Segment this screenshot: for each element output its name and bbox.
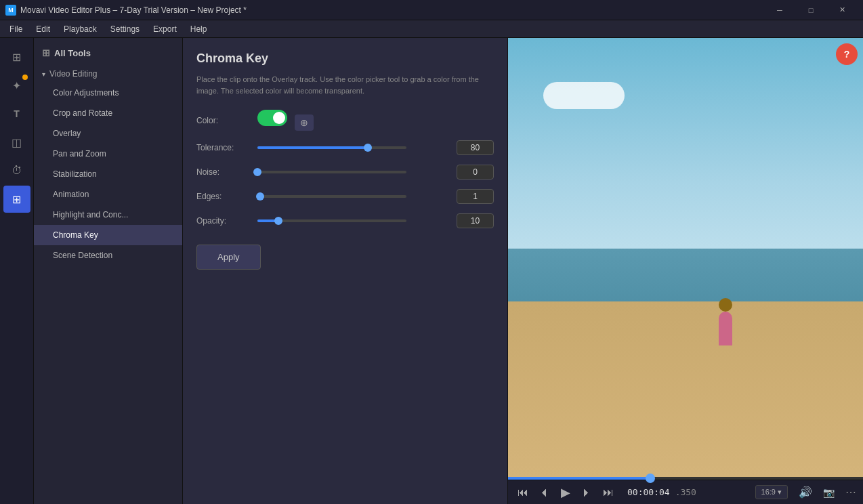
video-editing-section[interactable]: ▾ Video Editing (34, 65, 182, 83)
edges-label: Edges: (196, 192, 257, 201)
chroma-key-desc: Place the clip onto the Overlay track. U… (196, 74, 494, 96)
eyedropper-button[interactable]: ⊕ (295, 114, 314, 131)
tool-item-pan-and-zoom[interactable]: Pan and Zoom (34, 144, 182, 164)
tolerance-value[interactable]: 80 (457, 140, 494, 155)
menu-item-playback[interactable]: Playback (57, 22, 104, 37)
grid-icon: ⊞ (42, 47, 50, 58)
preview-image (508, 38, 863, 477)
color-input: ⊕ (257, 110, 494, 131)
tool-item-crop-and-rotate[interactable]: Crop and Rotate (34, 103, 182, 123)
tool-item-animation[interactable]: Animation (34, 184, 182, 205)
tolerance-row: Tolerance: 80 (196, 140, 494, 155)
progress-bar[interactable] (508, 477, 863, 480)
figure-head (719, 298, 732, 312)
maximize-button[interactable]: □ (795, 0, 826, 20)
screenshot-icon[interactable]: 📷 (823, 487, 835, 498)
color-swatch[interactable] (257, 110, 287, 126)
opacity-slider-container (257, 219, 450, 222)
sidebar-item-tools[interactable]: ✦ (3, 72, 30, 99)
progress-thumb[interactable] (646, 474, 655, 483)
edges-row: Edges: 1 (196, 189, 494, 204)
color-label: Color: (196, 116, 257, 125)
tolerance-slider[interactable] (257, 146, 406, 149)
chroma-key-panel: Chroma Key Place the clip onto the Overl… (183, 38, 508, 504)
close-button[interactable]: ✕ (826, 0, 858, 20)
menubar: FileEditPlaybackSettingsExportHelp (0, 20, 863, 38)
edges-slider-container (257, 195, 450, 198)
beach-clouds (543, 82, 625, 109)
volume-icon[interactable]: 🔊 (799, 486, 812, 499)
apply-button[interactable]: Apply (196, 245, 261, 270)
menu-item-edit[interactable]: Edit (29, 22, 57, 37)
left-sidebar: ⊞ ✦ T ◫ ⏱ ⊞ (0, 38, 34, 504)
more-options-icon[interactable]: ⋯ (845, 486, 856, 499)
video-preview: ? (508, 38, 863, 477)
tool-item-stabilization[interactable]: Stabilization (34, 164, 182, 184)
chroma-key-title: Chroma Key (196, 51, 494, 66)
progress-fill (508, 477, 650, 480)
aspect-ratio-button[interactable]: 16:9 ▾ (755, 485, 788, 499)
opacity-label: Opacity: (196, 216, 257, 226)
sidebar-item-media[interactable]: ⊞ (3, 43, 30, 70)
noise-row: Noise: 0 (196, 165, 494, 180)
titlebar: M Movavi Video Editor Plus – 7-Day Trial… (0, 0, 863, 20)
preview-area: ? ⏮ ⏴ ▶ ⏵ ⏭ 00:00:04.350 16:9 ▾ 🔊 📷 ⋯ (508, 38, 863, 504)
menu-item-settings[interactable]: Settings (104, 22, 146, 37)
menu-item-help[interactable]: Help (184, 22, 214, 37)
menu-item-export[interactable]: Export (146, 22, 184, 37)
opacity-row: Opacity: 10 (196, 213, 494, 228)
tool-item-chroma-key[interactable]: Chroma Key (34, 225, 182, 245)
menu-item-file[interactable]: File (3, 22, 29, 37)
app-icon: M (5, 5, 16, 16)
noise-label: Noise: (196, 167, 257, 177)
skip-end-button[interactable]: ⏭ (600, 484, 616, 501)
color-row: Color: ⊕ (196, 110, 494, 131)
beach-sand (508, 301, 863, 477)
opacity-slider[interactable] (257, 219, 406, 222)
figure-body (719, 312, 732, 345)
help-button[interactable]: ? (836, 43, 858, 65)
skip-start-button[interactable]: ⏮ (515, 484, 531, 501)
tolerance-slider-container (257, 146, 450, 149)
transport-ms: .350 (675, 487, 696, 497)
tool-items: Color AdjustmentsCrop and RotateOverlayP… (34, 83, 182, 266)
tool-item-highlight-and-conc...[interactable]: Highlight and Conc... (34, 205, 182, 225)
step-forward-button[interactable]: ⏵ (578, 484, 595, 501)
sidebar-item-transitions[interactable]: ◫ (3, 129, 30, 156)
transport-time: 00:00:04 (627, 487, 670, 497)
tool-item-color-adjustments[interactable]: Color Adjustments (34, 83, 182, 103)
beach-sky (508, 38, 863, 279)
tolerance-label: Tolerance: (196, 143, 257, 152)
tools-panel: ⊞ All Tools ▾ Video Editing Color Adjust… (34, 38, 183, 504)
tools-header-label: All Tools (54, 48, 91, 58)
section-label: Video Editing (49, 69, 98, 79)
noise-slider-container (257, 171, 450, 173)
tool-item-scene-detection[interactable]: Scene Detection (34, 245, 182, 266)
section-arrow: ▾ (42, 70, 45, 78)
main-area: ⊞ ✦ T ◫ ⏱ ⊞ ⊞ All Tools ▾ Video Editing … (0, 38, 863, 504)
opacity-value[interactable]: 10 (457, 213, 494, 228)
noise-slider[interactable] (257, 171, 406, 173)
step-back-button[interactable]: ⏴ (536, 484, 553, 501)
app-title: Movavi Video Editor Plus – 7-Day Trial V… (20, 5, 247, 15)
sidebar-item-animations[interactable]: ⊞ (3, 186, 30, 213)
noise-value[interactable]: 0 (457, 165, 494, 180)
edges-value[interactable]: 1 (457, 189, 494, 204)
transport-bar: ⏮ ⏴ ▶ ⏵ ⏭ 00:00:04.350 16:9 ▾ 🔊 📷 ⋯ (508, 480, 863, 504)
edges-slider[interactable] (257, 195, 406, 198)
sidebar-item-filters[interactable]: ⏱ (3, 157, 30, 184)
play-button[interactable]: ▶ (558, 482, 573, 503)
tool-item-overlay[interactable]: Overlay (34, 123, 182, 144)
sidebar-item-titles[interactable]: T (3, 100, 30, 127)
beach-figure (712, 298, 739, 345)
minimize-button[interactable]: ─ (764, 0, 795, 20)
